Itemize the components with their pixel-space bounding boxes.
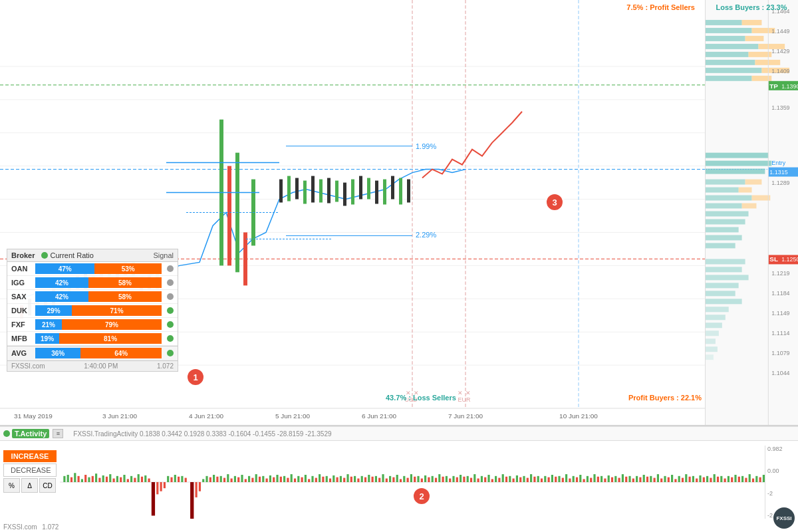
svg-rect-109 [706,259,745,264]
svg-rect-302 [604,479,606,483]
svg-rect-48 [343,183,346,206]
svg-rect-219 [311,476,313,482]
svg-rect-218 [308,479,310,482]
broker-row-duk: DUK 29% 71% [7,304,178,318]
axis-val-3: -2 [767,490,796,497]
svg-rect-38 [243,232,247,285]
broker-green-dot [41,252,48,259]
svg-rect-234 [364,477,366,482]
svg-rect-81 [706,20,742,25]
main-container: EURUSD,H1 1:40:00 PM SLC ◀◀ ◀ ▶ ▶▶ ▶| EU… [0,0,798,532]
svg-rect-227 [340,476,342,482]
svg-rect-46 [327,178,331,203]
svg-text:1.1114: 1.1114 [771,330,789,336]
svg-rect-88 [706,76,752,81]
svg-rect-188 [202,479,204,482]
broker-footer-site: FXSSI.com [11,362,45,370]
svg-rect-241 [389,476,391,482]
svg-rect-293 [573,476,575,482]
svg-rect-295 [579,475,581,482]
svg-rect-286 [548,477,550,482]
svg-rect-190 [209,477,211,482]
svg-rect-125 [742,203,757,209]
svg-rect-164 [113,479,115,483]
bar-blue-igg: 42% [35,277,88,288]
signal-dot-duk [167,307,174,314]
svg-rect-43 [303,181,307,204]
svg-rect-274 [505,477,507,482]
svg-text:3 Jun 21:00: 3 Jun 21:00 [102,412,138,420]
svg-rect-198 [237,477,239,482]
svg-text:Entry: Entry [771,160,785,166]
svg-rect-226 [336,477,338,482]
svg-rect-333 [714,474,716,482]
broker-panel: Broker Current Ratio Signal OAN 47% 53% … [7,249,178,372]
profit-buyers-label: Profit Buyers : 22.1% [628,394,702,402]
svg-rect-173 [144,475,146,482]
badge-2-label: 2 [419,491,424,501]
svg-rect-53 [383,180,386,205]
svg-rect-341 [741,476,743,482]
svg-rect-313 [643,475,645,482]
bottom-controls: INCREASE DECREASE % Δ CD [3,450,57,493]
svg-rect-165 [116,476,118,482]
badge-3: 3 [545,193,564,211]
svg-rect-54 [391,176,394,200]
svg-rect-327 [692,476,694,482]
broker-row-avg: AVG 36% 64% [7,346,178,360]
svg-rect-311 [636,476,638,482]
svg-rect-223 [326,476,328,482]
svg-rect-319 [664,476,666,482]
svg-rect-322 [674,479,676,482]
broker-name-sax: SAX [11,293,33,301]
svg-text:6 Jun 21:00: 6 Jun 21:00 [362,412,397,420]
btn-delta[interactable]: Δ [21,478,38,493]
svg-rect-288 [555,477,557,482]
svg-rect-50 [359,176,362,200]
svg-text:1.1409: 1.1409 [771,68,789,74]
svg-rect-111 [706,275,749,280]
svg-rect-306 [618,478,620,482]
svg-rect-326 [689,477,691,482]
svg-rect-186 [196,482,198,497]
svg-rect-296 [583,479,585,482]
broker-name-oan: OAN [11,265,33,273]
t-activity-settings[interactable]: ≡ [53,429,63,438]
svg-rect-228 [343,478,345,482]
svg-text:1.1044: 1.1044 [771,370,789,376]
svg-text:1.1449: 1.1449 [771,28,789,35]
svg-rect-331 [706,476,708,482]
t-activity-badge: T.Activity [3,429,49,438]
svg-rect-82 [706,28,752,33]
btn-decrease[interactable]: DECREASE [3,464,57,477]
svg-rect-84 [706,44,758,49]
svg-rect-270 [491,479,493,482]
svg-rect-163 [109,474,111,482]
svg-text:1.1315: 1.1315 [769,169,787,176]
broker-row-sax: SAX 42% 58% [7,290,178,304]
svg-rect-281 [530,474,532,482]
badge-2: 2 [412,487,431,505]
svg-rect-256 [442,477,444,482]
svg-rect-203 [255,474,257,482]
svg-rect-257 [446,476,448,482]
btn-cd[interactable]: CD [39,478,56,493]
btn-increase[interactable]: INCREASE [3,450,57,462]
signal-dot-sax [167,293,174,300]
bar-orange-igg: 58% [88,277,162,288]
svg-rect-124 [752,196,771,201]
btn-pct[interactable]: % [3,478,20,493]
broker-row-igg: IGG 42% 58% [7,276,178,290]
svg-rect-237 [375,476,377,482]
svg-text:1.1079: 1.1079 [771,350,789,356]
broker-name-mfb: MFB [11,334,33,342]
svg-rect-287 [551,475,553,482]
badge-1: 1 [186,368,205,386]
svg-rect-260 [456,477,458,482]
svg-rect-102 [706,196,752,201]
svg-rect-51 [367,178,370,200]
svg-rect-233 [361,476,363,482]
svg-rect-210 [280,477,282,482]
svg-rect-267 [481,476,483,482]
svg-rect-259 [452,476,454,482]
